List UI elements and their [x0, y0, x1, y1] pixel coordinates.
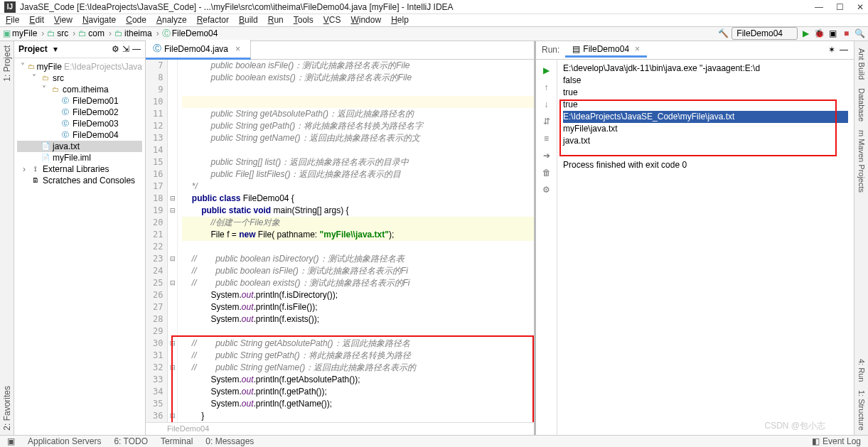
chevron-down-icon[interactable]: ▾: [53, 44, 58, 54]
breadcrumb-itheima[interactable]: 🗀 itheima: [114, 28, 162, 38]
tab-ant[interactable]: Ant Build: [857, 48, 866, 80]
run-config-combo[interactable]: FileDemo04: [732, 27, 798, 40]
code-line-17[interactable]: */: [182, 181, 534, 193]
code-line-9[interactable]: [182, 84, 534, 96]
hammer-icon[interactable]: 🔨: [718, 28, 729, 39]
code-line-21[interactable]: File f = new File( pathname: "myFile\\ja…: [182, 229, 534, 241]
hide-icon[interactable]: —: [132, 44, 141, 54]
breadcrumb-filedemo04[interactable]: Ⓒ FileDemo04: [162, 28, 225, 40]
tab-maven[interactable]: m Maven Projects: [857, 130, 866, 193]
code-line-10[interactable]: [182, 96, 534, 108]
status-corner-icon[interactable]: ▣: [7, 436, 15, 446]
maximize-icon[interactable]: ☐: [836, 2, 844, 12]
run-tool-3[interactable]: ⇵: [540, 115, 553, 128]
console-line-7[interactable]: [563, 147, 848, 159]
tree-item-external-libraries[interactable]: ›⟟External Libraries: [17, 163, 142, 175]
console-line-0[interactable]: E:\develop\Java\jdk-11\bin\java.exe "-ja…: [563, 63, 848, 75]
code-line-24[interactable]: // public boolean isFile()：测试此抽象路径名表示的Fi: [182, 265, 534, 277]
breadcrumb-src[interactable]: 🗀 src: [47, 28, 78, 38]
code-line-15[interactable]: public String[] list()：返回此抽象路径名表示的目录中: [182, 156, 534, 168]
code-line-30[interactable]: // public String getAbsolutePath()：返回此抽象…: [182, 338, 534, 350]
gear-icon[interactable]: ⚙: [112, 44, 119, 54]
status-eventlog[interactable]: ◧ Event Log: [812, 436, 861, 446]
menu-run[interactable]: Run: [268, 15, 284, 25]
tree-item-filedemo04[interactable]: ⒸFileDemo04: [17, 129, 142, 141]
menu-view[interactable]: View: [54, 15, 73, 25]
tree-item-scratches-and-consoles[interactable]: 🗎Scratches and Consoles: [17, 175, 142, 186]
menu-window[interactable]: Window: [350, 15, 381, 25]
code-line-12[interactable]: public String getPath()：将此抽象路径名转换为路径名字: [182, 120, 534, 132]
code-line-28[interactable]: System.out.println(f.exists());: [182, 313, 534, 325]
menu-analyze[interactable]: Analyze: [156, 15, 187, 25]
menu-navigate[interactable]: Navigate: [82, 15, 116, 25]
code-line-19[interactable]: public static void main(String[] args) {: [182, 205, 534, 217]
menu-build[interactable]: Build: [239, 15, 258, 25]
code-line-14[interactable]: [182, 144, 534, 156]
tree-item-filedemo03[interactable]: ⒸFileDemo03: [17, 118, 142, 129]
tab-structure[interactable]: 1: Structure: [857, 390, 866, 431]
console-line-5[interactable]: myFile\java.txt: [563, 123, 848, 135]
tab-run[interactable]: 4: Run: [857, 359, 866, 382]
close-tab-icon[interactable]: ×: [235, 44, 240, 54]
run-tool-2[interactable]: ↓: [540, 98, 553, 111]
tree-item-filedemo01[interactable]: ⒸFileDemo01: [17, 95, 142, 107]
code-line-16[interactable]: public File[] listFiles()：返回此抽象路径名表示的目: [182, 168, 534, 181]
breadcrumb-myfile[interactable]: ▣ myFile: [3, 28, 47, 38]
code-line-35[interactable]: System.out.println(f.getName());: [182, 398, 534, 410]
code-line-8[interactable]: public boolean exists()：测试此抽象路径名表示的File: [182, 72, 534, 84]
code-line-11[interactable]: public String getAbsolutePath()：返回此抽象路径名…: [182, 108, 534, 120]
code-line-36[interactable]: }: [182, 410, 534, 422]
stop-icon[interactable]: ■: [841, 28, 852, 39]
menu-edit[interactable]: Edit: [29, 15, 44, 25]
console-line-6[interactable]: java.txt: [563, 135, 848, 147]
breadcrumb-com[interactable]: 🗀 com: [78, 28, 114, 38]
tree-item-com-itheima[interactable]: ˅🗀com.itheima: [17, 84, 142, 95]
menu-code[interactable]: Code: [126, 15, 146, 25]
tree-item-src[interactable]: ˅🗀src: [17, 72, 142, 84]
debug-icon[interactable]: 🐞: [814, 28, 825, 39]
close-run-tab-icon[interactable]: ×: [635, 44, 640, 54]
console-line-3[interactable]: true: [563, 99, 848, 111]
menu-refactor[interactable]: Refactor: [197, 15, 229, 25]
tree-item-myfile[interactable]: ˅🗀myFile E:\IdeaProjects\Java: [17, 61, 142, 72]
status-todo[interactable]: 6: TODO: [114, 436, 148, 446]
settings-icon[interactable]: ✶: [828, 45, 835, 55]
run-tab-label[interactable]: FileDemo04: [583, 44, 629, 54]
run-tool-5[interactable]: ➔: [540, 149, 553, 162]
status-messages[interactable]: 0: Messages: [205, 436, 254, 446]
status-terminal[interactable]: Terminal: [161, 436, 193, 446]
hide-run-icon[interactable]: —: [840, 45, 848, 55]
code-line-23[interactable]: // public boolean isDirectory()：测试此抽象路径名…: [182, 253, 534, 265]
editor-tab-filedemo04[interactable]: Ⓒ FileDemo04.java ×: [146, 40, 251, 60]
run-tool-0[interactable]: ▶: [540, 64, 553, 77]
code-line-13[interactable]: public String getName()：返回由此抽象路径名表示的文: [182, 132, 534, 144]
console-line-1[interactable]: false: [563, 75, 848, 87]
code-line-32[interactable]: // public String getName()：返回由此抽象路径名表示的: [182, 362, 534, 374]
code-line-26[interactable]: System.out.println(f.isDirectory());: [182, 289, 534, 301]
run-tool-7[interactable]: ⚙: [540, 183, 553, 196]
collapse-icon[interactable]: ⇲: [122, 44, 129, 54]
code-line-20[interactable]: //创建一个File对象: [182, 217, 534, 229]
menu-file[interactable]: File: [6, 15, 19, 25]
tree-item-java-txt[interactable]: 📄java.txt: [17, 141, 142, 152]
code-line-22[interactable]: [182, 241, 534, 253]
console-line-4[interactable]: E:\IdeaProjects\JavaSE_Code\myFile\java.…: [563, 111, 848, 123]
tree-item-filedemo02[interactable]: ⒸFileDemo02: [17, 107, 142, 118]
code-line-7[interactable]: public boolean isFile()：测试此抽象路径名表示的File: [182, 60, 534, 72]
tab-favorites[interactable]: 2: Favorites: [2, 386, 12, 431]
menu-tools[interactable]: Tools: [294, 15, 314, 25]
tab-database[interactable]: Database: [857, 88, 866, 122]
menu-vcs[interactable]: VCS: [323, 15, 341, 25]
coverage-icon[interactable]: ▣: [827, 28, 838, 39]
code-line-25[interactable]: // public boolean exists()：测试此抽象路径名表示的Fi: [182, 277, 534, 289]
tree-item-myfile-iml[interactable]: 📄myFile.iml: [17, 152, 142, 163]
close-icon[interactable]: ✕: [857, 2, 864, 12]
console-line-8[interactable]: Process finished with exit code 0: [563, 159, 848, 171]
run-tool-6[interactable]: 🗑: [540, 166, 553, 179]
run-tool-1[interactable]: ↑: [540, 81, 553, 94]
run-icon[interactable]: ▶: [800, 28, 811, 39]
menu-help[interactable]: Help: [391, 15, 409, 25]
run-tool-4[interactable]: ≡: [540, 132, 553, 145]
code-line-18[interactable]: public class FileDemo04 {: [182, 193, 534, 205]
code-line-31[interactable]: // public String getPath()：将此抽象路径名转换为路径: [182, 350, 534, 362]
